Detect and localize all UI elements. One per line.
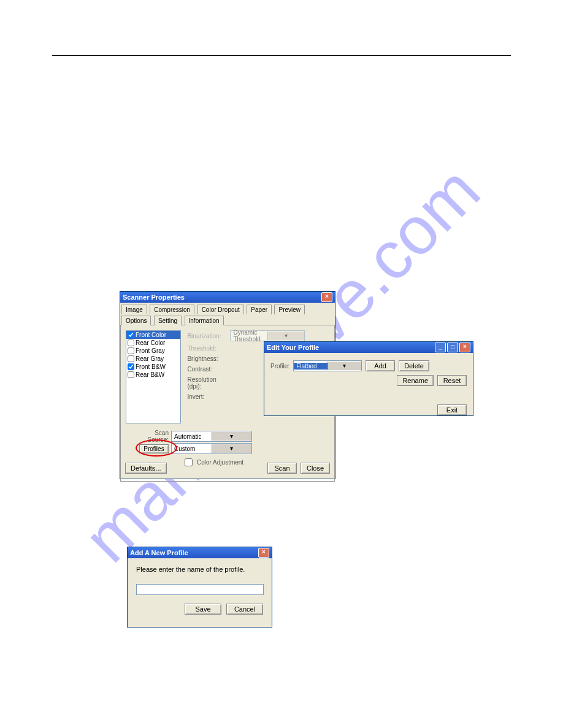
tab-preview[interactable]: Preview bbox=[274, 305, 305, 314]
rear-color-label: Rear Color bbox=[136, 339, 165, 346]
profile-label: Profile: bbox=[270, 363, 289, 370]
chevron-down-icon[interactable]: ▾ bbox=[212, 432, 252, 441]
add-profile-titlebar[interactable]: Add A New Profile × bbox=[128, 547, 272, 558]
threshold-label: Threshold: bbox=[187, 345, 230, 352]
binarization-label: Binarization: bbox=[187, 333, 230, 339]
rear-bw-label: Rear B&W bbox=[136, 371, 164, 378]
scanner-bottom-buttons: Defaults... Scan Close bbox=[125, 463, 330, 474]
cancel-button[interactable]: Cancel bbox=[226, 604, 263, 615]
scanner-properties-titlebar[interactable]: Scanner Properties × bbox=[120, 292, 335, 303]
front-bw-label: Front B&W bbox=[136, 363, 166, 370]
list-item-rear-bw[interactable]: Rear B&W bbox=[126, 371, 180, 379]
list-item-rear-gray[interactable]: Rear Gray bbox=[126, 355, 180, 363]
tab-paper[interactable]: Paper bbox=[247, 305, 272, 314]
add-profile-prompt: Please enter the name of the profile. bbox=[136, 566, 263, 573]
scanner-tabs: Image Compression Color Dropout Paper Pr… bbox=[120, 303, 335, 325]
save-button[interactable]: Save bbox=[185, 604, 221, 615]
front-gray-checkbox[interactable] bbox=[128, 347, 134, 354]
chevron-down-icon[interactable]: ▾ bbox=[327, 362, 362, 370]
defaults-button[interactable]: Defaults... bbox=[125, 463, 167, 474]
scan-source-label: Scan Source: bbox=[139, 430, 169, 443]
close-icon[interactable]: × bbox=[321, 292, 332, 302]
rear-gray-label: Rear Gray bbox=[136, 355, 164, 362]
exit-button[interactable]: Exit bbox=[437, 404, 467, 415]
list-item-rear-color[interactable]: Rear Color bbox=[126, 339, 180, 347]
edit-profile-titlebar[interactable]: Edit Your Profile _ □ × bbox=[264, 342, 473, 353]
close-icon[interactable]: × bbox=[459, 343, 470, 352]
front-bw-checkbox[interactable] bbox=[128, 363, 134, 370]
tab-options[interactable]: Options bbox=[121, 316, 151, 325]
front-gray-label: Front Gray bbox=[136, 347, 165, 354]
list-item-front-color[interactable]: Front Color bbox=[126, 331, 180, 339]
add-profile-dialog: Add A New Profile × Please enter the nam… bbox=[127, 547, 272, 628]
rename-button[interactable]: Rename bbox=[397, 375, 434, 386]
front-color-label: Front Color bbox=[136, 332, 166, 338]
tab-information[interactable]: Information bbox=[185, 316, 224, 325]
profile-name-input[interactable] bbox=[136, 584, 264, 595]
tab-setting[interactable]: Setting bbox=[154, 316, 182, 325]
scan-button[interactable]: Scan bbox=[267, 463, 297, 474]
scan-source-combo[interactable]: Automatic ▾ bbox=[171, 431, 252, 442]
list-item-front-gray[interactable]: Front Gray bbox=[126, 347, 180, 355]
list-item-front-bw[interactable]: Front B&W bbox=[126, 363, 180, 371]
add-profile-title: Add A New Profile bbox=[130, 549, 257, 556]
front-color-checkbox[interactable] bbox=[128, 332, 134, 338]
minimize-icon[interactable]: _ bbox=[435, 343, 446, 352]
contrast-label: Contrast: bbox=[187, 366, 230, 373]
profile-value: Flatbed bbox=[294, 363, 327, 370]
tab-image[interactable]: Image bbox=[121, 305, 147, 314]
reset-button[interactable]: Reset bbox=[437, 375, 467, 386]
add-button[interactable]: Add bbox=[366, 360, 395, 371]
resolution-label: Resolution (dpi): bbox=[187, 376, 230, 390]
scanner-properties-title: Scanner Properties bbox=[123, 294, 320, 301]
profile-combo[interactable]: Flatbed ▾ bbox=[293, 360, 362, 371]
rear-gray-checkbox[interactable] bbox=[128, 355, 134, 362]
edit-profile-dialog: Edit Your Profile _ □ × Profile: Flatbed… bbox=[264, 341, 473, 416]
edit-profile-title: Edit Your Profile bbox=[267, 344, 434, 351]
profiles-value: Custom bbox=[172, 446, 212, 452]
brightness-label: Brightness: bbox=[187, 355, 230, 362]
add-profile-body: Please enter the name of the profile. Sa… bbox=[128, 558, 272, 622]
invert-label: Invert: bbox=[187, 393, 230, 400]
chevron-down-icon: ▾ bbox=[267, 332, 305, 340]
chevron-down-icon[interactable]: ▾ bbox=[212, 444, 252, 453]
scan-source-value: Automatic bbox=[172, 433, 212, 440]
binarization-value: Dynamic Threshold bbox=[231, 329, 267, 343]
profiles-button[interactable]: Profiles bbox=[139, 444, 169, 453]
close-button[interactable]: Close bbox=[301, 463, 330, 474]
rear-color-checkbox[interactable] bbox=[128, 339, 134, 346]
close-icon[interactable]: × bbox=[258, 548, 269, 558]
delete-button[interactable]: Delete bbox=[399, 360, 429, 371]
tab-color-dropout[interactable]: Color Dropout bbox=[197, 305, 244, 314]
rear-bw-checkbox[interactable] bbox=[128, 371, 134, 378]
image-selection-list[interactable]: Front Color Rear Color Front Gray Rear G… bbox=[126, 330, 181, 423]
tab-compression[interactable]: Compression bbox=[150, 305, 194, 314]
binarization-combo: Dynamic Threshold ▾ bbox=[230, 330, 305, 341]
page-rule bbox=[52, 55, 511, 56]
edit-profile-body: Profile: Flatbed ▾ Add Delete Rename Res… bbox=[264, 353, 473, 420]
maximize-icon[interactable]: □ bbox=[447, 343, 458, 352]
profiles-combo[interactable]: Custom ▾ bbox=[171, 443, 252, 454]
